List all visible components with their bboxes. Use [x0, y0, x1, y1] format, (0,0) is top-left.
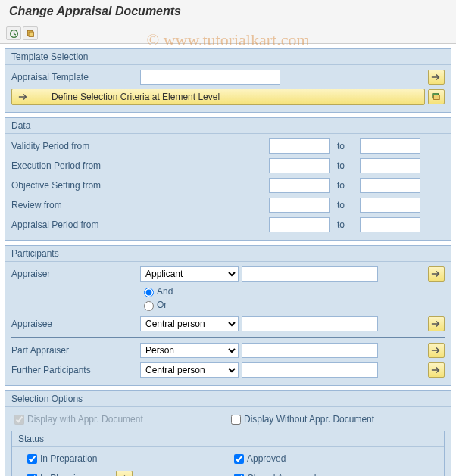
execution-to-input[interactable]: [360, 158, 420, 173]
to-label: to: [337, 180, 352, 191]
and-radio[interactable]: [144, 288, 154, 297]
in-preparation-check[interactable]: In Preparation: [24, 450, 231, 467]
part-appraiser-select[interactable]: Person: [140, 343, 239, 358]
validity-to-input[interactable]: [360, 138, 420, 154]
in-preparation-checkbox[interactable]: [27, 454, 37, 464]
stack-icon: [431, 92, 442, 101]
approved-label: Approved: [247, 453, 286, 464]
execute-button[interactable]: [6, 26, 21, 40]
selection-options-heading: Selection Options: [5, 391, 451, 407]
appraisal-template-input[interactable]: [140, 70, 280, 85]
svg-rect-4: [434, 95, 440, 99]
closed-approved-check[interactable]: Closed Approved: [231, 470, 438, 476]
status-heading: Status: [12, 431, 444, 447]
define-criteria-label: Define Selection Criteria at Element Lev…: [52, 92, 220, 102]
display-without-label: Display Without Appr. Document: [244, 414, 374, 425]
appraiser-select[interactable]: Applicant: [140, 266, 239, 282]
status-box: Status In Preparation In Planning: [11, 431, 445, 476]
review-from-label: Review from: [11, 200, 140, 210]
appraiser-more-button[interactable]: [428, 266, 445, 282]
arrow-right-icon: [431, 319, 442, 328]
svg-rect-2: [29, 32, 34, 37]
closed-approved-label: Closed Approved: [247, 473, 316, 476]
or-radio[interactable]: [144, 301, 154, 311]
participants-panel: Participants Appraiser Applicant And: [5, 245, 451, 386]
arrow-right-icon: [431, 269, 442, 278]
clock-icon: [9, 29, 19, 39]
define-criteria-button[interactable]: Define Selection Criteria at Element Lev…: [11, 89, 425, 105]
arrow-right-icon: [431, 346, 442, 355]
page-title: Change Appraisal Documents: [0, 0, 456, 23]
approved-check[interactable]: Approved: [231, 450, 438, 467]
to-label: to: [337, 219, 352, 230]
objective-to-input[interactable]: [360, 178, 420, 193]
objective-from-input[interactable]: [269, 178, 330, 193]
appraisal-template-label: Appraisal Template: [11, 72, 140, 82]
to-label: to: [337, 160, 352, 171]
appraisee-more-button[interactable]: [428, 316, 445, 331]
arrow-right-icon: [431, 366, 442, 375]
selection-options-panel: Selection Options Display with Appr. Doc…: [5, 390, 451, 476]
appraisal-from-label: Appraisal Period from: [11, 219, 140, 230]
objective-from-label: Objective Setting from: [11, 180, 140, 191]
review-to-input[interactable]: [360, 198, 420, 213]
in-planning-checkbox[interactable]: [27, 474, 37, 477]
variant-button[interactable]: [23, 26, 38, 40]
to-label: to: [337, 200, 352, 210]
approved-checkbox[interactable]: [234, 454, 244, 464]
to-label: to: [337, 141, 352, 151]
further-input[interactable]: [242, 362, 378, 378]
appraisal-from-input[interactable]: [269, 217, 330, 232]
part-appraiser-input[interactable]: [242, 343, 378, 358]
or-label: Or: [157, 300, 167, 310]
appraiser-input[interactable]: [242, 266, 378, 282]
execution-from-input[interactable]: [269, 158, 330, 173]
in-preparation-label: In Preparation: [40, 453, 97, 464]
arrow-right-icon: [431, 73, 442, 82]
and-radio-row[interactable]: And: [140, 285, 173, 297]
define-criteria-side-button[interactable]: [428, 89, 445, 104]
appraisee-select[interactable]: Central person: [140, 316, 239, 331]
validity-from-input[interactable]: [269, 138, 330, 154]
divider: [11, 337, 445, 338]
folder-icon: [26, 29, 36, 39]
template-selection-heading: Template Selection: [5, 49, 451, 65]
in-planning-more-button[interactable]: [116, 471, 133, 476]
appraisal-template-more-button[interactable]: [428, 70, 445, 85]
execution-from-label: Execution Period from: [11, 160, 140, 171]
appraisal-to-input[interactable]: [360, 217, 420, 232]
and-label: And: [157, 286, 173, 297]
further-label: Further Participants: [11, 365, 140, 375]
review-from-input[interactable]: [269, 198, 330, 213]
data-heading: Data: [5, 118, 451, 134]
arrow-right-icon: [18, 92, 29, 101]
further-more-button[interactable]: [428, 362, 445, 378]
part-appraiser-more-button[interactable]: [428, 343, 445, 358]
display-with-check: Display with Appr. Document: [11, 412, 228, 427]
further-select[interactable]: Central person: [140, 362, 239, 378]
display-with-label: Display with Appr. Document: [27, 414, 143, 425]
or-radio-row[interactable]: Or: [140, 299, 173, 311]
display-without-checkbox[interactable]: [231, 415, 241, 425]
appraiser-label: Appraiser: [11, 269, 140, 279]
appraisee-input[interactable]: [242, 316, 378, 331]
appraisee-label: Appraisee: [11, 319, 140, 329]
validity-from-label: Validity Period from: [11, 141, 140, 151]
data-panel: Data Validity Period from to Execution P…: [5, 117, 451, 241]
participants-heading: Participants: [5, 246, 451, 262]
part-appraiser-label: Part Appraiser: [11, 345, 140, 356]
in-planning-check[interactable]: In Planning: [24, 470, 231, 476]
display-without-check[interactable]: Display Without Appr. Document: [228, 412, 445, 427]
closed-approved-checkbox[interactable]: [234, 474, 244, 477]
in-planning-label: In Planning: [40, 473, 86, 476]
display-with-checkbox: [14, 415, 24, 425]
template-selection-panel: Template Selection Appraisal Template De…: [5, 48, 451, 113]
toolbar: [0, 23, 456, 44]
content-area: Template Selection Appraisal Template De…: [0, 44, 456, 476]
